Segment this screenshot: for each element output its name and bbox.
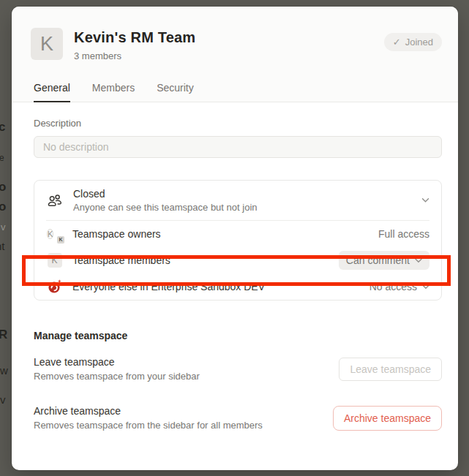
archive-teamspace-subtitle: Removes teamspace from the sidebar for a…: [34, 420, 263, 431]
owner-avatar: K: [47, 229, 53, 239]
permission-row-owners: K K Teamspace owners Full access: [34, 221, 441, 247]
teamspace-title: Kevin's RM Team: [74, 29, 195, 46]
archive-teamspace-title: Archive teamspace: [34, 405, 263, 417]
backdrop-text-fragment: nt: [0, 240, 5, 252]
general-tab-panel: Description Closed Anyone can see this t…: [12, 102, 458, 470]
tab-general[interactable]: General: [34, 82, 70, 102]
tab-security[interactable]: Security: [157, 82, 194, 102]
backdrop-text-fragment: R: [0, 328, 7, 342]
description-input[interactable]: [34, 136, 442, 158]
permission-row-everyone: Everyone else in Enterprise Sandbox DEV …: [34, 273, 441, 300]
backdrop-text-fragment: o: [0, 180, 6, 194]
owner-avatar-badge: K: [56, 235, 65, 244]
backdrop-text-fragment: w: [0, 364, 8, 377]
archive-teamspace-button[interactable]: Archive teamspace: [333, 406, 442, 431]
joined-badge[interactable]: ✓ Joined: [384, 33, 442, 51]
members-access-dropdown[interactable]: Can comment: [339, 251, 429, 270]
permissions-box: Closed Anyone can see this teamspace but…: [34, 180, 442, 301]
tab-bar: General Members Security: [31, 82, 442, 102]
chevron-down-icon: [421, 197, 429, 203]
manage-teamspace-heading: Manage teamspace: [34, 330, 442, 341]
teamspace-settings-dialog: K Kevin's RM Team 3 members ✓ Joined Gen…: [12, 7, 458, 470]
backdrop-text-fragment: v: [1, 222, 6, 233]
permission-row-label: Teamspace owners: [72, 228, 161, 240]
backdrop-text-fragment: o: [0, 200, 6, 214]
backdrop-text-fragment: v: [0, 393, 6, 406]
teamspace-avatar: K: [31, 28, 63, 60]
backdrop-text-fragment: c: [0, 120, 5, 135]
everyone-access-dropdown[interactable]: No access: [369, 281, 429, 292]
access-level-subtitle: Anyone can see this teamspace but not jo…: [73, 202, 258, 213]
chevron-down-icon: [415, 258, 422, 263]
leave-teamspace-button[interactable]: Leave teamspace: [339, 358, 442, 381]
member-count: 3 members: [74, 50, 195, 61]
leave-teamspace-subtitle: Removes teamspace from your sidebar: [34, 371, 200, 382]
tab-members[interactable]: Members: [92, 82, 135, 102]
permission-row-label: Teamspace members: [72, 254, 170, 266]
member-avatar: K: [46, 253, 63, 268]
owners-access-value: Full access: [378, 228, 429, 240]
description-label: Description: [34, 118, 442, 129]
owners-avatar-stack: K K: [46, 227, 63, 242]
archive-teamspace-row: Archive teamspace Removes teamspace from…: [34, 405, 442, 431]
permission-row-label: Everyone else in Enterprise Sandbox DEV: [72, 281, 265, 292]
people-group-icon: [46, 192, 64, 209]
leave-teamspace-row: Leave teamspace Removes teamspace from y…: [34, 356, 442, 382]
workspace-icon: [46, 279, 63, 295]
backdrop-text-fragment: e: [0, 153, 4, 163]
check-icon: ✓: [393, 37, 401, 48]
leave-teamspace-title: Leave teamspace: [34, 356, 200, 368]
dialog-header: K Kevin's RM Team 3 members ✓ Joined Gen…: [12, 7, 458, 102]
chevron-down-icon: [422, 284, 429, 290]
access-level-selector[interactable]: Closed Anyone can see this teamspace but…: [34, 181, 441, 220]
permission-row-members: K Teamspace members Can comment: [34, 247, 441, 273]
joined-label: Joined: [405, 37, 433, 48]
access-level-title: Closed: [73, 188, 258, 200]
